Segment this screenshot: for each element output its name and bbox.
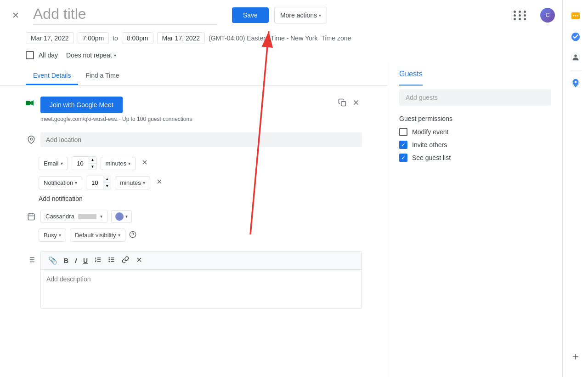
color-picker[interactable]: ▾ (111, 210, 132, 223)
allday-checkbox[interactable] (26, 51, 34, 59)
notification-unit-2[interactable]: minutes ▾ (115, 176, 150, 189)
desc-unordered-list-button[interactable] (105, 254, 118, 267)
guest-list-checkmark: ✓ (401, 154, 406, 161)
notif-type-chevron-1: ▾ (61, 161, 63, 166)
desc-italic-button[interactable]: I (72, 255, 79, 266)
calendar-chevron-icon: ▾ (100, 214, 102, 219)
invite-others-checkbox[interactable]: ✓ (399, 141, 407, 149)
unordered-list-icon (108, 256, 115, 263)
add-guests-input[interactable] (399, 89, 551, 106)
svg-rect-3 (30, 102, 34, 104)
chat-icon (571, 11, 581, 22)
timezone-info: (GMT-04:00) Eastern Time - New York (209, 34, 317, 42)
svg-point-30 (109, 257, 109, 258)
status-selector[interactable]: Busy ▾ (39, 228, 66, 242)
remove-notification-2[interactable] (154, 176, 165, 189)
svg-point-41 (574, 55, 577, 57)
sidebar-add-button[interactable] (566, 348, 585, 366)
to-text: to (113, 34, 118, 42)
ordered-list-icon (94, 256, 102, 263)
title-input[interactable] (33, 6, 217, 25)
sidebar-tasks-button[interactable] (566, 28, 585, 46)
color-chevron-icon: ▾ (125, 214, 128, 219)
repeat-selector[interactable]: Does not repeat ▾ (62, 50, 120, 61)
desc-ordered-list-button[interactable] (91, 254, 104, 267)
start-time-picker[interactable]: 7:00pm (78, 32, 109, 44)
location-input[interactable] (40, 132, 362, 147)
tab-find-time[interactable]: Find a Time (78, 66, 126, 85)
guest-permissions-title: Guest permissions (399, 115, 551, 122)
remove-notif-icon-2 (156, 178, 163, 185)
google-meet-logo (26, 97, 37, 109)
tab-event-details[interactable]: Event Details (26, 66, 78, 85)
notification-type-2[interactable]: Notification ▾ (39, 176, 82, 189)
more-actions-button[interactable]: More actions ▾ (274, 7, 327, 23)
notif-value-down-2[interactable]: ▼ (103, 183, 111, 189)
close-button[interactable] (7, 7, 24, 23)
desc-remove-format-button[interactable] (133, 254, 146, 267)
notif-value-up-2[interactable]: ▲ (103, 176, 111, 183)
sidebar-maps-button[interactable] (566, 74, 585, 92)
svg-point-32 (109, 261, 109, 262)
notification-value-1[interactable] (72, 157, 89, 170)
link-icon (122, 256, 129, 263)
notif-type-chevron-2: ▾ (75, 180, 77, 185)
description-icon (26, 256, 37, 264)
sidebar-contacts-button[interactable] (566, 48, 585, 66)
start-date-picker[interactable]: Mar 17, 2022 (26, 32, 74, 44)
svg-point-36 (573, 15, 574, 17)
end-date-picker[interactable]: Mar 17, 2022 (157, 32, 205, 44)
meet-link-text: meet.google.com/qki-wusd-ewz · Up to 100… (40, 116, 192, 122)
tasks-icon (571, 32, 581, 42)
calendar-selector[interactable]: Cassandra ▾ (40, 210, 107, 223)
see-guest-list-checkbox[interactable]: ✓ (399, 154, 407, 162)
calendar-name-redacted (78, 214, 96, 219)
sidebar-chat-button[interactable] (566, 7, 585, 26)
desc-bold-button[interactable]: B (61, 255, 71, 266)
desc-attachment-button[interactable]: 📎 (45, 254, 60, 267)
google-apps-button[interactable] (510, 7, 531, 24)
avatar[interactable]: C (540, 8, 555, 23)
more-actions-chevron-icon: ▾ (319, 13, 321, 18)
end-time-picker[interactable]: 8:00pm (122, 32, 153, 44)
svg-point-37 (575, 15, 576, 17)
color-dot (115, 212, 124, 221)
copy-icon (338, 98, 346, 107)
modify-event-checkbox[interactable] (399, 128, 407, 136)
modify-event-label: Modify event (412, 128, 448, 136)
notif-unit-chevron-2: ▾ (143, 180, 145, 185)
allday-label: All day (39, 51, 58, 59)
notification-unit-1[interactable]: minutes ▾ (101, 157, 136, 170)
add-notification-link[interactable]: Add notification (39, 195, 83, 202)
invite-checkmark: ✓ (401, 142, 406, 148)
see-guest-list-label: See guest list (412, 154, 451, 161)
save-button[interactable]: Save (232, 7, 269, 23)
remove-format-icon (136, 256, 143, 263)
guest-permissions-section: Guest permissions Modify event ✓ Invite … (399, 115, 551, 162)
location-icon (26, 136, 37, 144)
timezone-link[interactable]: Time zone (321, 34, 351, 42)
notif-value-up-1[interactable]: ▲ (89, 157, 96, 163)
desc-link-button[interactable] (119, 254, 132, 267)
notification-type-1[interactable]: Email ▾ (39, 157, 68, 170)
invite-others-label: Invite others (412, 141, 447, 149)
join-meet-button[interactable]: Join with Google Meet (40, 97, 123, 113)
calendar-icon (26, 212, 37, 221)
svg-point-7 (30, 138, 33, 140)
desc-underline-button[interactable]: U (80, 255, 90, 266)
help-icon[interactable] (129, 231, 136, 240)
svg-point-31 (109, 259, 109, 260)
copy-meet-link-button[interactable] (336, 97, 348, 110)
description-input[interactable] (41, 270, 362, 307)
visibility-chevron-icon: ▾ (118, 233, 120, 238)
notif-value-down-1[interactable]: ▼ (89, 163, 96, 170)
remove-notification-1[interactable] (139, 157, 150, 170)
svg-point-42 (574, 81, 577, 83)
remove-meet-button[interactable] (350, 97, 362, 110)
visibility-selector[interactable]: Default visibility ▾ (70, 228, 125, 242)
notification-value-2[interactable] (86, 176, 103, 189)
sidebar-divider (570, 70, 581, 70)
maps-icon (571, 78, 581, 88)
close-meet-icon (352, 98, 360, 107)
grid-icon (514, 11, 527, 20)
